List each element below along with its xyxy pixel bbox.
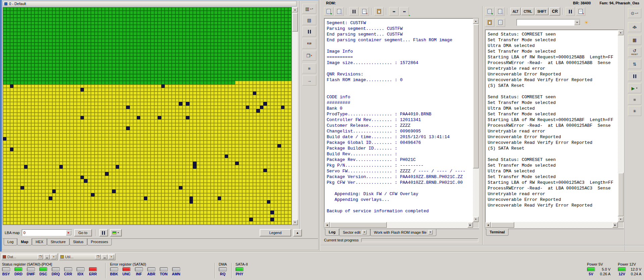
map-cell[interactable] [137, 123, 140, 126]
find-next-button[interactable]: ●●+ [399, 7, 409, 16]
map-cell[interactable] [56, 46, 59, 49]
map-cell[interactable] [52, 99, 56, 102]
map-cell[interactable] [133, 158, 137, 161]
map-cell[interactable] [66, 102, 70, 105]
map-cell[interactable] [242, 11, 246, 14]
map-cell[interactable] [197, 25, 200, 28]
map-cell[interactable] [270, 95, 274, 98]
map-cell[interactable] [95, 56, 98, 60]
map-cell[interactable] [38, 172, 42, 175]
scroll-thumb[interactable] [330, 222, 387, 228]
map-cell[interactable] [281, 36, 284, 39]
map-cell[interactable] [144, 102, 147, 105]
map-cell[interactable] [42, 119, 45, 123]
map-cell[interactable] [270, 102, 274, 105]
map-cell[interactable] [242, 207, 246, 211]
map-cell[interactable] [242, 81, 246, 84]
map-cell[interactable] [109, 49, 112, 53]
map-cell[interactable] [91, 200, 94, 204]
map-cell[interactable] [49, 141, 52, 144]
map-cell[interactable] [84, 172, 87, 175]
map-cell[interactable] [6, 109, 10, 112]
map-cell[interactable] [239, 204, 242, 207]
map-cell[interactable] [28, 211, 31, 214]
lba-input[interactable]: 0 ▶ [22, 229, 72, 236]
map-cell[interactable] [161, 123, 165, 126]
map-cell[interactable] [123, 18, 126, 21]
map-cell[interactable] [91, 207, 94, 211]
map-cell[interactable] [91, 148, 94, 151]
map-cell[interactable] [182, 88, 186, 91]
map-cell[interactable] [267, 74, 270, 77]
map-cell[interactable] [235, 169, 238, 172]
map-cell[interactable] [151, 189, 154, 193]
map-cell[interactable] [66, 85, 70, 88]
map-cell[interactable] [260, 7, 263, 11]
map-cell[interactable] [35, 162, 38, 165]
map-cell[interactable] [28, 141, 31, 144]
map-cell[interactable] [154, 14, 158, 18]
map-cell[interactable] [161, 151, 165, 155]
map-cell[interactable] [10, 207, 13, 211]
map-cell[interactable] [28, 109, 31, 112]
map-cell[interactable] [66, 214, 70, 218]
map-cell[interactable] [200, 172, 203, 175]
map-cell[interactable] [70, 49, 73, 53]
map-cell[interactable] [137, 85, 140, 88]
map-cell[interactable] [235, 137, 238, 141]
map-cell[interactable] [112, 7, 116, 11]
map-cell[interactable] [109, 158, 112, 161]
map-cell[interactable] [256, 85, 260, 88]
map-cell[interactable] [214, 106, 217, 109]
rom-tab-sector-edit[interactable]: Sector edit× [339, 229, 370, 236]
map-cell[interactable] [88, 113, 91, 116]
map-cell[interactable] [211, 106, 214, 109]
map-cell[interactable] [274, 204, 278, 207]
map-cell[interactable] [140, 85, 144, 88]
map-cell[interactable] [31, 179, 35, 182]
map-cell[interactable] [288, 102, 291, 105]
map-cell[interactable] [253, 158, 256, 161]
map-cell[interactable] [232, 144, 235, 148]
map-cell[interactable] [253, 137, 256, 141]
map-cell[interactable] [20, 43, 24, 46]
map-cell[interactable] [288, 85, 291, 88]
map-cell[interactable] [35, 179, 38, 182]
map-cell[interactable] [24, 67, 28, 70]
map-cell[interactable] [98, 183, 102, 186]
map-cell[interactable] [161, 46, 165, 49]
map-cell[interactable] [249, 92, 253, 95]
map-cell[interactable] [154, 113, 158, 116]
sector-map[interactable] [3, 7, 292, 225]
map-cell[interactable] [70, 214, 73, 218]
map-cell[interactable] [49, 172, 52, 175]
map-cell[interactable] [263, 133, 267, 137]
map-cell[interactable] [56, 141, 59, 144]
map-cell[interactable] [246, 148, 249, 151]
map-cell[interactable] [73, 95, 77, 98]
map-cell[interactable] [24, 43, 28, 46]
map-cell[interactable] [267, 21, 270, 25]
map-cell[interactable] [116, 116, 119, 119]
map-cell[interactable] [3, 7, 6, 11]
map-cell[interactable] [59, 77, 63, 81]
map-cell[interactable] [207, 133, 210, 137]
map-cell[interactable] [84, 95, 87, 98]
map-cell[interactable] [123, 11, 126, 14]
map-cell[interactable] [84, 85, 87, 88]
map-cell[interactable] [73, 85, 77, 88]
map-cell[interactable] [249, 162, 253, 165]
map-cell[interactable] [235, 186, 238, 189]
map-cell[interactable] [73, 81, 77, 84]
map-cell[interactable] [102, 197, 105, 200]
map-cell[interactable] [154, 207, 158, 211]
map-cell[interactable] [112, 56, 116, 60]
map-cell[interactable] [253, 56, 256, 60]
map-cell[interactable] [91, 77, 94, 81]
map-cell[interactable] [98, 211, 102, 214]
map-cell[interactable] [52, 133, 56, 137]
map-cell[interactable] [140, 43, 144, 46]
restore-button[interactable]: ❐ [38, 255, 43, 259]
rom-log-view[interactable]: Segment: CUSTFW Parsing segment....... C… [324, 18, 479, 228]
map-cell[interactable] [45, 106, 49, 109]
